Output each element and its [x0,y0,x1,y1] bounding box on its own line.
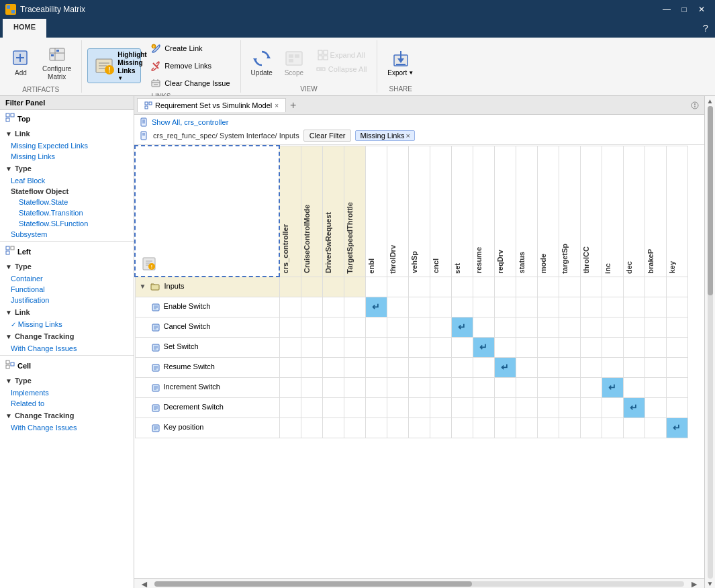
cell-cancel-dec[interactable] [623,317,645,337]
cell-key-key[interactable]: ↵ [666,418,687,438]
cell-cancel-throl[interactable] [387,317,408,337]
horizontal-scrollbar[interactable]: ◄ ► [134,578,704,588]
cell-resume-brakep[interactable] [645,357,666,377]
filter-tag-missing-links[interactable]: Missing Links × [355,130,414,141]
cell-key-reqdrv[interactable] [494,418,516,438]
cell-inc-dec[interactable] [623,377,645,397]
cell-dec-throl[interactable] [387,397,408,418]
cell-enable-resume[interactable] [473,297,494,317]
cell-resume-throlcc[interactable] [580,357,602,377]
cell-key-driver[interactable] [322,418,344,438]
cell-inputs-reqdrv[interactable] [494,277,516,297]
cell-set-driver[interactable] [322,337,344,357]
cell-dec-set[interactable] [451,397,473,418]
cell-cancel-driver[interactable] [322,317,344,337]
sidebar-item-implements[interactable]: Implements [0,387,134,398]
cell-dec-targetsp[interactable] [559,397,580,418]
sidebar-type-category-left[interactable]: ▼ Type [0,260,134,273]
cell-inputs-dec[interactable] [623,277,645,297]
cell-dec-vehsp[interactable] [408,397,430,418]
cell-inc-reqdrv[interactable] [494,377,516,397]
cell-dec-targetspeed[interactable] [344,397,365,418]
clear-change-issue-btn[interactable]: Clear Change Issue [145,75,234,91]
scrollbar-track-v[interactable] [708,106,713,579]
sidebar-link-category[interactable]: ▼ Link [0,127,134,140]
sidebar-item-missing-links-left[interactable]: Missing Links [0,319,134,330]
sidebar-item-stateflow-state[interactable]: Stateflow.State [0,197,134,207]
cell-dec-crs[interactable] [279,397,301,418]
cell-dec-resume[interactable] [473,397,494,418]
cell-inputs-cruise[interactable] [301,277,322,297]
cell-set-throlcc[interactable] [580,337,602,357]
filter-tag-close-icon[interactable]: × [406,132,410,140]
cell-resume-set[interactable] [451,357,473,377]
cell-inc-cruise[interactable] [301,377,322,397]
cell-inputs-cncl[interactable] [430,277,451,297]
scrollbar-thumb-v[interactable] [708,106,713,295]
vertical-scrollbar[interactable]: ▲ ▼ [704,96,715,588]
row-header-set-switch[interactable]: Set Switch [135,337,279,357]
cell-set-vehsp[interactable] [408,337,430,357]
table-row-inputs[interactable]: ▼ Inputs [135,277,687,297]
cell-inc-driver[interactable] [322,377,344,397]
cell-resume-resume[interactable] [473,357,494,377]
cell-cancel-throlcc[interactable] [580,317,602,337]
cell-enable-reqdrv[interactable] [494,297,516,317]
sidebar-link-category-left[interactable]: ▼ Link [0,305,134,319]
cell-key-targetsp[interactable] [559,418,580,438]
cell-cancel-key[interactable] [666,317,687,337]
help-btn[interactable]: ? [696,19,715,38]
cell-inputs-driver[interactable] [322,277,344,297]
cell-inputs-throl[interactable] [387,277,408,297]
row-header-resume-switch[interactable]: Resume Switch [135,357,279,377]
row-header-key-position[interactable]: Key position [135,418,279,438]
cell-set-crs[interactable] [279,337,301,357]
cell-resume-vehsp[interactable] [408,357,430,377]
cell-enable-set[interactable] [451,297,473,317]
cell-resume-key[interactable] [666,357,687,377]
cell-key-cncl[interactable] [430,418,451,438]
sidebar-type-category-top[interactable]: ▼ Type [0,162,134,175]
cell-enable-inc[interactable] [602,297,623,317]
scroll-up-btn[interactable]: ▲ [707,97,714,105]
tab-home[interactable]: HOME [3,19,46,38]
cell-resume-cruise[interactable] [301,357,322,377]
cell-key-inc[interactable] [602,418,623,438]
cell-set-dec[interactable] [623,337,645,357]
cell-dec-reqdrv[interactable] [494,397,516,418]
tab-close-btn[interactable]: × [275,102,279,109]
cell-inc-inc[interactable]: ↵ [602,377,623,397]
cell-inputs-resume[interactable] [473,277,494,297]
cell-inputs-targetsp[interactable] [559,277,580,297]
main-tab[interactable]: Requirement Set vs Simulink Model × [137,98,286,112]
table-row-enable-switch[interactable]: Enable Switch ↵ [135,297,687,317]
cell-key-throl[interactable] [387,418,408,438]
minimize-btn[interactable]: — [659,3,675,16]
cell-key-targetspeed[interactable] [344,418,365,438]
sidebar-item-container[interactable]: Container [0,273,134,284]
sidebar-item-leaf-block[interactable]: Leaf Block [0,175,134,186]
cell-dec-key[interactable] [666,397,687,418]
cell-key-status[interactable] [516,418,537,438]
scrollbar-thumb-h[interactable] [154,581,473,587]
table-row-increment-switch[interactable]: Increment Switch [135,377,687,397]
cell-key-enbl[interactable] [365,418,387,438]
update-btn[interactable]: Update [246,44,277,81]
cell-key-vehsp[interactable] [408,418,430,438]
cell-resume-throl[interactable] [387,357,408,377]
sidebar-item-justification[interactable]: Justification [0,295,134,305]
clear-filter-btn[interactable]: Clear Filter [303,130,352,142]
cell-inc-set[interactable] [451,377,473,397]
configure-matrix-btn[interactable]: Configure Matrix [38,40,76,85]
cell-enable-driver[interactable] [322,297,344,317]
cell-key-dec[interactable] [623,418,645,438]
cell-resume-crs[interactable] [279,357,301,377]
sidebar-item-stateflow-transition[interactable]: Stateflow.Transition [0,207,134,218]
cell-set-throl[interactable] [387,337,408,357]
cell-enable-dec[interactable] [623,297,645,317]
remove-links-btn[interactable]: Remove Links [145,58,234,74]
cell-set-cruise[interactable] [301,337,322,357]
options-btn[interactable] [688,99,702,112]
table-row-decrement-switch[interactable]: Decrement Switch [135,397,687,418]
cell-resume-dec[interactable] [623,357,645,377]
